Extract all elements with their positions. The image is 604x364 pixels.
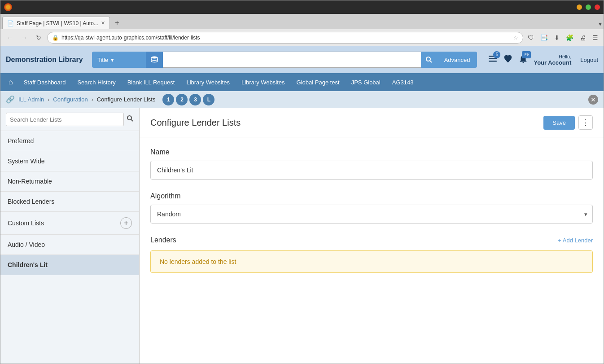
f9-badge: F9 [522,51,531,58]
breadcrumb-sep-2: › [92,96,93,103]
active-tab[interactable]: 📄 Staff Page | STWI | WS10 | Auto... ✕ [2,17,110,29]
list-badge: 5 [493,51,500,58]
nav-bar: ← → ↻ 🔒 https://qa-stwi-agent.auto-graph… [0,29,604,46]
user-section: Hello, Your Account [534,54,571,66]
nav-global-page[interactable]: Global Page test [291,76,345,88]
back-btn[interactable]: ← [4,32,16,44]
search-button[interactable] [421,52,437,68]
add-lender-btn[interactable]: + Add Lender [558,237,593,244]
sidebar-search-area [0,108,139,131]
lenders-section: Lenders + Add Lender No lenders added to… [150,236,593,273]
add-custom-list-btn[interactable]: + [120,217,132,229]
close-window-btn[interactable] [595,4,600,10]
algorithm-label: Algorithm [150,192,593,200]
home-icon[interactable]: ⌂ [4,75,18,89]
sidebar-item-preferred[interactable]: Preferred [0,131,139,151]
close-breadcrumb-btn[interactable]: ✕ [588,95,598,105]
search-type-chevron: ▾ [111,57,114,63]
firefox-icon [4,3,12,11]
search-type-select[interactable]: Title ▾ [92,52,146,68]
breadcrumb-bar: 🔗 ILL Admin › Configuration › Configure … [0,91,604,108]
detail-body: Name Algorithm Random Alphabetical Custo… [140,137,604,296]
custom-lists-header: Custom Lists + [0,212,139,235]
nav-library-websites-2[interactable]: Library Websites [236,76,290,88]
save-btn[interactable]: Save [543,116,575,130]
nav-blank-ill[interactable]: Blank ILL Request [122,76,180,88]
shield-icon[interactable]: 🛡 [526,33,536,42]
breadcrumb-sep-1: › [48,96,49,103]
name-input[interactable] [150,161,593,180]
forward-btn[interactable]: → [18,32,30,44]
nav-search-history[interactable]: Search History [72,76,121,88]
detail-header: Configure Lender Lists Save ⋮ [140,108,604,137]
menu-icon[interactable]: ☰ [591,33,600,42]
breadcrumb-configuration[interactable]: Configuration [53,96,88,103]
algorithm-select[interactable]: Random Alphabetical Custom [150,205,593,224]
account-link[interactable]: Your Account [534,59,571,66]
sidebar-item-non-returnable[interactable]: Non-Returnable [0,171,139,192]
sidebar-item-system-wide[interactable]: System Wide [0,151,139,171]
database-icon[interactable] [146,52,163,68]
bell-icon-wrapper[interactable]: F9 [518,54,528,66]
extensions-icon[interactable]: 🧩 [564,33,575,42]
main-content: Preferred System Wide Non-Returnable Blo… [0,108,604,364]
svg-rect-5 [489,61,497,62]
logout-btn[interactable]: Logout [580,57,598,63]
svg-line-7 [131,119,133,121]
step-l[interactable]: L [203,94,214,105]
detail-actions: Save ⋮ [543,115,593,130]
nav-staff-dashboard[interactable]: Staff Dashboard [18,76,71,88]
reload-btn[interactable]: ↻ [33,32,44,44]
nav-menu: ⌂ Staff Dashboard Search History Blank I… [0,73,604,91]
maximize-btn[interactable] [586,4,591,10]
url-bar[interactable]: 🔒 https://qa-stwi-agent.auto-graphics.co… [47,32,523,44]
sidebar-items-list: Preferred System Wide Non-Returnable Blo… [0,131,139,364]
print-icon[interactable]: 🖨 [578,33,588,42]
nav-ag3143[interactable]: AG3143 [387,76,419,88]
bookmark-icon[interactable]: ☆ [513,35,518,41]
lock-icon: 🔒 [52,35,59,41]
name-field-group: Name [150,148,593,180]
sidebar-search-button[interactable] [127,115,134,124]
title-bar [0,0,604,14]
sidebar-item-blocked-lenders[interactable]: Blocked Lenders [0,192,139,212]
breadcrumb-link-icon: 🔗 [6,95,15,104]
svg-point-6 [127,116,131,120]
search-type-label: Title [97,57,108,63]
step-1[interactable]: 1 [162,94,174,105]
heart-icon-wrapper[interactable] [503,54,513,66]
lenders-header: Lenders + Add Lender [150,236,593,244]
list-icon-wrapper[interactable]: 5 [488,54,498,66]
algorithm-field-group: Algorithm Random Alphabetical Custom ▾ [150,192,593,224]
tab-favicon: 📄 [7,20,14,26]
bookmark-sidebar-icon[interactable]: 📑 [538,33,550,42]
name-label: Name [150,148,593,156]
url-text: https://qa-stwi-agent.auto-graphics.com/… [61,35,511,41]
nav-jps-global[interactable]: JPS Global [346,76,386,88]
app-title: Demonstration Library [6,56,87,64]
new-tab-btn[interactable]: + [111,17,123,29]
hello-text: Hello, [559,54,571,59]
breadcrumb-ill-admin[interactable]: ILL Admin [18,96,44,103]
sidebar-item-audio-video[interactable]: Audio / Video [0,235,139,255]
step-3[interactable]: 3 [189,94,201,105]
breadcrumb-steps: 1 2 3 L [162,94,214,105]
nav-library-websites-1[interactable]: Library Websites [181,76,235,88]
more-options-btn[interactable]: ⋮ [578,115,593,130]
tab-menu-btn[interactable]: ▾ [599,20,602,27]
download-icon[interactable]: ⬇ [552,33,561,42]
svg-line-2 [430,61,432,62]
search-input[interactable] [163,52,421,68]
lenders-title: Lenders [150,236,176,244]
advanced-btn[interactable]: Advanced [437,52,477,68]
step-2[interactable]: 2 [176,94,188,105]
custom-lists-label: Custom Lists [8,219,44,227]
search-bar: Title ▾ Advanced [92,52,477,68]
minimize-btn[interactable] [577,4,582,10]
sidebar: Preferred System Wide Non-Returnable Blo… [0,108,140,364]
browser-frame: 📄 Staff Page | STWI | WS10 | Auto... ✕ +… [0,0,604,364]
sidebar-search-input[interactable] [6,113,124,126]
tab-close-btn[interactable]: ✕ [101,20,105,26]
sidebar-item-childrens-lit[interactable]: Children's Lit [0,255,139,275]
algorithm-select-wrap: Random Alphabetical Custom ▾ [150,205,593,224]
